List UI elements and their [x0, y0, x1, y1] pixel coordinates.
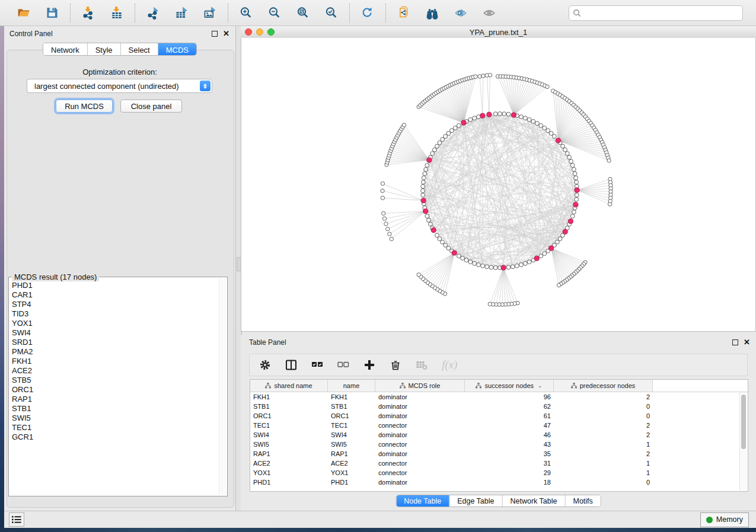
tab-network-table[interactable]: Network Table [502, 495, 565, 507]
search-box[interactable] [569, 5, 743, 21]
table-scrollbar-thumb[interactable] [741, 395, 746, 449]
table-cell[interactable]: ACE2 [328, 460, 375, 467]
table-cell[interactable]: dominator [375, 403, 465, 410]
table-settings-gear-button[interactable] [259, 359, 271, 371]
delete-column-trash-button[interactable] [390, 359, 401, 371]
table-cell[interactable]: connector [375, 441, 465, 448]
mcds-result-item[interactable]: CAR1 [10, 290, 219, 300]
table-row[interactable]: PHD1PHD1dominator180 [250, 477, 748, 487]
binoculars-button[interactable] [422, 4, 442, 23]
refresh-layout-button[interactable] [358, 4, 378, 23]
column-header-name[interactable]: name [328, 380, 375, 392]
toggle-columns-button[interactable] [285, 359, 297, 371]
tab-style[interactable]: Style [87, 43, 120, 55]
table-cell[interactable]: RAP1 [328, 450, 375, 457]
column-header-predecessor-nodes[interactable]: predecessor nodes [554, 380, 653, 392]
table-cell[interactable]: dominator [375, 479, 465, 486]
zoom-in-button[interactable] [236, 4, 256, 23]
mcds-result-item[interactable]: STB5 [10, 376, 219, 385]
mcds-result-item[interactable]: TEC1 [10, 423, 219, 432]
zoom-fit-button[interactable] [293, 4, 313, 23]
table-cell[interactable]: dominator [375, 412, 465, 419]
tab-network[interactable]: Network [43, 43, 87, 55]
add-column-button[interactable] [363, 359, 375, 371]
table-cell[interactable]: connector [375, 469, 465, 476]
open-folder-button[interactable] [14, 4, 34, 23]
mcds-result-item[interactable]: PMA2 [10, 347, 219, 357]
import-table-button[interactable] [107, 4, 127, 23]
column-header-MCDS-role[interactable]: MCDS role [375, 380, 465, 392]
table-cell[interactable]: 1 [554, 460, 653, 467]
table-row[interactable]: TEC1TEC1connector472 [250, 421, 748, 430]
table-cell[interactable]: RAP1 [250, 450, 328, 457]
table-row[interactable]: SWI5SWI5connector431 [250, 440, 748, 449]
table-cell[interactable]: SWI4 [328, 431, 375, 438]
table-row[interactable]: SWI4SWI4dominator462 [250, 430, 748, 440]
table-cell[interactable]: ORC1 [328, 412, 375, 419]
table-cell[interactable]: 0 [554, 479, 653, 486]
table-cell[interactable]: YOX1 [328, 469, 375, 476]
table-cell[interactable]: 35 [465, 450, 554, 457]
memory-button[interactable]: Memory [700, 512, 749, 527]
table-cell[interactable]: 18 [465, 479, 554, 486]
select-all-button[interactable] [311, 359, 323, 371]
table-cell[interactable]: 62 [465, 403, 554, 410]
table-cell[interactable]: 2 [554, 422, 653, 429]
export-image-button[interactable] [200, 4, 220, 23]
table-row[interactable]: STB1STB1dominator620 [250, 402, 748, 411]
table-cell[interactable]: 29 [465, 469, 554, 476]
table-cell[interactable]: 43 [465, 441, 554, 448]
table-cell[interactable]: connector [375, 422, 465, 429]
mcds-result-item[interactable]: SRD1 [10, 338, 219, 347]
save-button[interactable] [42, 4, 62, 23]
table-row[interactable]: FKH1FKH1dominator962 [250, 392, 748, 402]
mcds-result-item[interactable]: GCR1 [10, 432, 219, 442]
table-cell[interactable]: dominator [375, 393, 465, 400]
tab-select[interactable]: Select [120, 43, 158, 55]
share-document-button[interactable] [394, 4, 414, 23]
float-panel-icon[interactable] [212, 31, 218, 37]
mcds-result-item[interactable]: FKH1 [10, 357, 219, 366]
mcds-result-item[interactable]: STB1 [10, 404, 219, 414]
table-cell[interactable]: SWI5 [250, 441, 328, 448]
table-cell[interactable]: 31 [465, 460, 554, 467]
run-mcds-button[interactable]: Run MCDS [56, 100, 113, 113]
close-table-panel-icon[interactable]: ✕ [744, 339, 750, 345]
table-cell[interactable]: TEC1 [328, 422, 375, 429]
table-cell[interactable]: SWI4 [250, 431, 328, 438]
mcds-result-item[interactable]: STP4 [10, 300, 219, 309]
table-cell[interactable]: dominator [375, 450, 465, 457]
table-cell[interactable]: 0 [554, 412, 653, 419]
mcds-result-item[interactable]: SWI5 [10, 414, 219, 423]
table-cell[interactable]: 47 [465, 422, 554, 429]
mcds-result-item[interactable]: PHD1 [10, 281, 219, 290]
table-row[interactable]: ORC1ORC1dominator610 [250, 411, 748, 421]
vizmapper-button[interactable] [451, 4, 471, 23]
export-network-button[interactable] [143, 4, 163, 23]
mcds-result-scrollbar[interactable] [219, 278, 226, 495]
table-scrollbar[interactable] [739, 392, 747, 491]
optimization-criterion-select[interactable]: largest connected component (undirected) [27, 79, 212, 93]
mcds-result-item[interactable]: ORC1 [10, 385, 219, 395]
zoom-out-button[interactable] [264, 4, 285, 23]
table-cell[interactable]: ACE2 [250, 460, 328, 467]
table-cell[interactable]: SWI5 [328, 441, 375, 448]
network-graph[interactable] [241, 38, 755, 331]
mcds-result-item[interactable]: ACE2 [10, 366, 219, 376]
close-panel-icon[interactable]: ✕ [223, 31, 229, 37]
table-cell[interactable]: connector [375, 460, 465, 467]
table-cell[interactable]: 61 [465, 412, 554, 419]
table-cell[interactable]: 2 [554, 450, 653, 457]
export-table-button[interactable] [171, 4, 192, 23]
task-history-button[interactable] [9, 512, 24, 527]
deselect-all-button[interactable] [337, 359, 349, 371]
table-row[interactable]: YOX1YOX1connector291 [250, 468, 748, 477]
eye-button[interactable] [479, 4, 499, 23]
table-cell[interactable]: STB1 [328, 403, 375, 410]
float-table-panel-icon[interactable] [732, 339, 738, 345]
search-input[interactable] [584, 7, 739, 19]
table-row[interactable]: RAP1RAP1dominator352 [250, 449, 748, 459]
table-cell[interactable]: 1 [554, 441, 653, 448]
table-cell[interactable]: PHD1 [328, 479, 375, 486]
import-network-button[interactable] [78, 4, 98, 23]
